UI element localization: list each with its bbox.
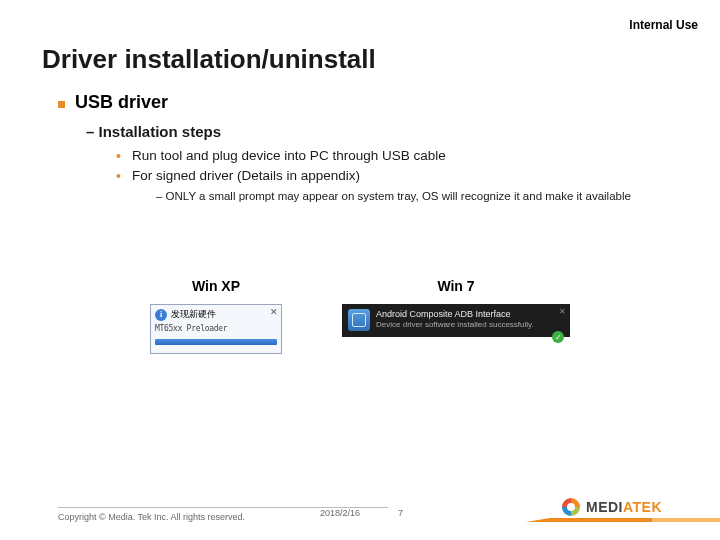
- level1-text: USB driver: [75, 92, 168, 113]
- winxp-taskbar-strip: [155, 339, 277, 345]
- winxp-column: Win XP i 发现新硬件 ✕ MT65xx Preloader: [150, 278, 282, 354]
- check-icon: ✓: [552, 331, 564, 343]
- footer-accent-stripe: [550, 518, 720, 522]
- win7-line2: Device driver software installed success…: [376, 320, 534, 329]
- close-icon: ✕: [559, 307, 566, 316]
- win7-column: Win 7 Android Composite ADB Interface De…: [342, 278, 570, 354]
- footer: Copyright © Media. Tek Inc. All rights r…: [0, 498, 720, 522]
- winxp-label: Win XP: [150, 278, 282, 294]
- winxp-balloon: i 发现新硬件 ✕ MT65xx Preloader: [150, 304, 282, 354]
- footer-date: 2018/2/16: [320, 508, 360, 518]
- win7-label: Win 7: [342, 278, 570, 294]
- level4-text: – ONLY a small prompt may appear on syst…: [156, 189, 680, 205]
- level2-text: – Installation steps: [86, 123, 680, 140]
- page-title: Driver installation/uninstall: [42, 44, 376, 75]
- level3-item: For signed driver (Details in appendix): [116, 166, 680, 186]
- screenshot-row: Win XP i 发现新硬件 ✕ MT65xx Preloader Win 7 …: [150, 278, 570, 354]
- brand-text-2: ATEK: [623, 499, 662, 515]
- device-icon: [348, 309, 370, 331]
- level3-list: Run tool and plug device into PC through…: [116, 146, 680, 185]
- mediatek-mark-icon: [562, 498, 580, 516]
- winxp-balloon-sub: MT65xx Preloader: [155, 324, 277, 333]
- winxp-balloon-title: 发现新硬件: [171, 308, 216, 321]
- level3-item: Run tool and plug device into PC through…: [116, 146, 680, 166]
- close-icon: ✕: [270, 307, 278, 317]
- win7-balloon: Android Composite ADB Interface Device d…: [342, 304, 570, 337]
- bullet-level1: USB driver: [58, 92, 680, 113]
- content-area: USB driver – Installation steps Run tool…: [58, 92, 680, 205]
- brand-text-1: MEDI: [586, 499, 623, 515]
- win7-line1: Android Composite ADB Interface: [376, 309, 534, 319]
- classification-label: Internal Use: [629, 18, 698, 32]
- mediatek-logo: MEDIATEK: [562, 498, 662, 516]
- square-bullet-icon: [58, 101, 65, 108]
- info-icon: i: [155, 309, 167, 321]
- footer-page-number: 7: [398, 508, 403, 518]
